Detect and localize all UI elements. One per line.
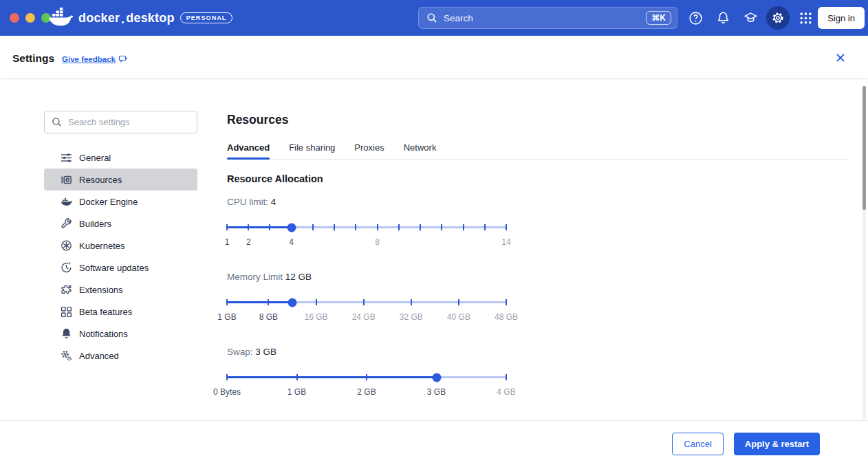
- sidebar-item-label: Notifications: [79, 329, 128, 339]
- sidebar-item-extensions[interactable]: Extensions: [44, 279, 197, 301]
- sidebar-item-builders[interactable]: Builders: [44, 213, 197, 235]
- sidebar-item-beta-features[interactable]: Beta features: [44, 301, 197, 323]
- sliders-icon: [61, 152, 72, 164]
- cpu-limit-tick-labels: 124814: [227, 237, 506, 247]
- cpu-limit-slider[interactable]: [227, 223, 506, 232]
- sidebar-item-software-updates[interactable]: Software updates: [44, 257, 197, 279]
- help-icon[interactable]: [682, 4, 709, 32]
- sidebar-item-label: Builders: [79, 219, 111, 229]
- give-feedback-link[interactable]: Give feedback: [62, 54, 127, 63]
- sidebar-item-docker-engine[interactable]: Docker Engine: [44, 191, 197, 213]
- gears-icon: [61, 350, 72, 362]
- titlebar: docker desktop PERSONAL ⌘K Sign in: [0, 0, 868, 36]
- sidebar-item-label: Beta features: [79, 307, 132, 317]
- sidebar-item-label: Software updates: [79, 263, 149, 273]
- resources-tabs: AdvancedFile sharingProxiesNetwork: [227, 142, 847, 160]
- swap-tick-labels: 0 Bytes1 GB2 GB3 GB4 GB: [227, 387, 506, 397]
- memory-limit-slider[interactable]: [227, 298, 506, 307]
- settings-content: GeneralResourcesDocker EngineBuildersKub…: [0, 80, 868, 420]
- sidebar-item-label: Advanced: [79, 351, 119, 361]
- memory-limit-slider-thumb[interactable]: [288, 298, 297, 307]
- settings-footer: Cancel Apply & restart: [0, 420, 868, 467]
- cpu-limit-setting: CPU limit: 4124814: [227, 197, 506, 247]
- clock-update-icon: [61, 262, 72, 274]
- swap-label: Swap: 3 GB: [227, 347, 506, 357]
- sidebar-item-label: Extensions: [79, 285, 123, 295]
- global-search-input[interactable]: [444, 13, 646, 23]
- wrench-icon: [61, 218, 72, 230]
- section-title: Resource Allocation: [227, 173, 847, 184]
- cpu-limit-label: CPU limit: 4: [227, 197, 506, 207]
- cancel-button[interactable]: Cancel: [672, 433, 723, 455]
- cpu-limit-slider-thumb[interactable]: [287, 223, 296, 232]
- swap-slider-thumb[interactable]: [432, 373, 441, 382]
- close-settings-button[interactable]: [834, 51, 847, 65]
- resources-icon: [61, 174, 72, 186]
- search-icon: [52, 117, 62, 127]
- sidebar-item-label: General: [79, 153, 111, 163]
- apps-grid-icon[interactable]: [792, 4, 819, 32]
- kubernetes-icon: [61, 240, 72, 252]
- settings-search-input[interactable]: [68, 117, 190, 127]
- apply-restart-button[interactable]: Apply & restart: [734, 433, 820, 455]
- titlebar-icons: [682, 0, 819, 36]
- search-shortcut-badge: ⌘K: [646, 11, 671, 25]
- scrollbar-thumb[interactable]: [862, 86, 866, 210]
- window-controls: [10, 13, 51, 23]
- sliders-container: CPU limit: 4124814Memory Limit 12 GB1 GB…: [227, 197, 847, 397]
- sidebar-item-kubernetes[interactable]: Kubernetes: [44, 235, 197, 257]
- sidebar-item-label: Resources: [79, 175, 122, 185]
- sidebar-nav: GeneralResourcesDocker EngineBuildersKub…: [44, 146, 197, 367]
- swap-value: 3 GB: [255, 347, 276, 357]
- tab-advanced[interactable]: Advanced: [227, 142, 270, 159]
- sidebar-item-label: Docker Engine: [79, 197, 138, 207]
- tab-proxies[interactable]: Proxies: [354, 142, 384, 159]
- cpu-limit-value: 4: [271, 197, 276, 207]
- gear-icon[interactable]: [764, 4, 792, 32]
- memory-limit-tick-labels: 1 GB8 GB16 GB24 GB32 GB40 GB48 GB: [227, 312, 506, 322]
- app-logo: docker desktop PERSONAL: [48, 0, 232, 36]
- sidebar-item-resources[interactable]: Resources: [44, 169, 197, 191]
- memory-limit-value: 12 GB: [285, 272, 312, 282]
- close-icon: [836, 53, 845, 63]
- grid-squares-icon: [61, 306, 72, 318]
- whale-icon: [61, 196, 72, 208]
- swap-slider[interactable]: [227, 373, 506, 382]
- close-window-button[interactable]: [10, 13, 19, 23]
- settings-sidebar: GeneralResourcesDocker EngineBuildersKub…: [44, 111, 197, 367]
- bell-filled-icon: [61, 328, 72, 340]
- sidebar-item-label: Kubernetes: [79, 241, 125, 251]
- settings-search-box[interactable]: [44, 111, 197, 133]
- puzzle-icon: [61, 284, 72, 296]
- learning-center-icon[interactable]: [737, 4, 764, 32]
- page-title: Settings: [12, 52, 54, 65]
- docker-whale-icon: [48, 8, 73, 28]
- app-title: docker desktop: [78, 11, 175, 25]
- minimize-window-button[interactable]: [25, 13, 35, 23]
- sign-in-button[interactable]: Sign in: [818, 7, 865, 29]
- settings-header: Settings Give feedback: [0, 36, 868, 79]
- panel-title: Resources: [227, 112, 847, 127]
- tab-file-sharing[interactable]: File sharing: [289, 142, 335, 159]
- sidebar-item-advanced[interactable]: Advanced: [44, 345, 197, 367]
- resources-panel: Resources AdvancedFile sharingProxiesNet…: [227, 112, 847, 422]
- sidebar-item-notifications[interactable]: Notifications: [44, 323, 197, 345]
- global-search-bar[interactable]: ⌘K: [418, 7, 677, 29]
- feedback-bubble-icon: [118, 54, 127, 63]
- bell-icon[interactable]: [709, 4, 737, 32]
- docker-desktop-window: docker desktop PERSONAL ⌘K Sign in Setti…: [0, 0, 868, 467]
- sidebar-item-general[interactable]: General: [44, 146, 197, 169]
- memory-limit-label: Memory Limit 12 GB: [227, 272, 506, 282]
- tab-network[interactable]: Network: [404, 142, 437, 159]
- memory-limit-setting: Memory Limit 12 GB1 GB8 GB16 GB24 GB32 G…: [227, 272, 506, 322]
- search-icon: [426, 12, 437, 23]
- swap-setting: Swap: 3 GB0 Bytes1 GB2 GB3 GB4 GB: [227, 347, 506, 397]
- plan-badge: PERSONAL: [180, 12, 233, 23]
